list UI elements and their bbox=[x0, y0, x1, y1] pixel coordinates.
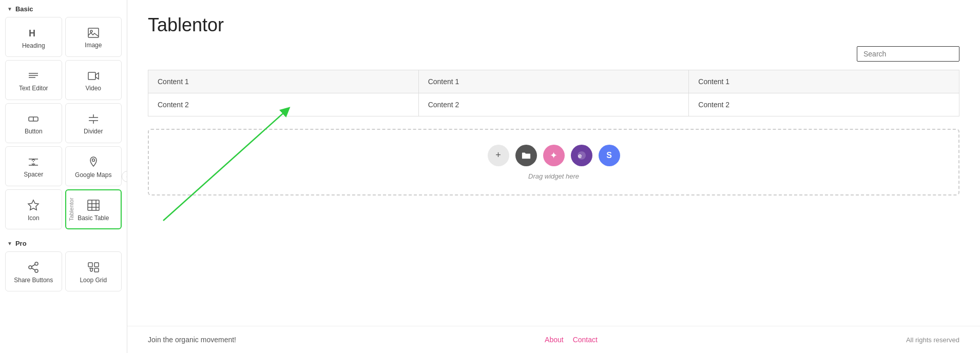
sidebar-item-loop-grid[interactable]: Loop Grid bbox=[65, 251, 122, 291]
video-icon bbox=[87, 70, 100, 82]
sidebar-item-icon[interactable]: Icon bbox=[5, 189, 62, 229]
image-label: Image bbox=[85, 42, 102, 49]
svg-point-25 bbox=[35, 269, 38, 272]
loop-grid-icon bbox=[87, 261, 100, 273]
svg-rect-18 bbox=[88, 200, 99, 210]
svg-point-24 bbox=[29, 266, 32, 269]
svg-point-23 bbox=[35, 262, 38, 265]
basic-chevron-icon: ▼ bbox=[7, 6, 12, 12]
sidebar: ▼ Basic H Heading Image bbox=[0, 0, 127, 353]
footer-tagline: Join the organic movement! bbox=[148, 336, 236, 344]
pro-section-label: Pro bbox=[15, 240, 27, 247]
tablentor-label: Tablentor bbox=[68, 198, 74, 221]
share-buttons-icon bbox=[27, 261, 40, 273]
pro-items-grid: Share Buttons Loop Grid bbox=[0, 251, 127, 297]
basic-items-grid: H Heading Image bbox=[0, 17, 127, 234]
main-area: Tablentor Content 1Content 1Content 1Con… bbox=[127, 0, 980, 353]
heading-icon: H bbox=[27, 27, 40, 39]
table-cell: Content 2 bbox=[418, 93, 689, 116]
footer-link-about[interactable]: About bbox=[545, 336, 564, 344]
svg-marker-17 bbox=[28, 200, 39, 210]
svg-text:e: e bbox=[578, 152, 582, 160]
image-icon bbox=[87, 27, 100, 38]
footer-link-contact[interactable]: Contact bbox=[573, 336, 598, 344]
pro-chevron-icon: ▼ bbox=[7, 241, 12, 246]
google-maps-label: Google Maps bbox=[75, 171, 111, 179]
loop-grid-label: Loop Grid bbox=[80, 277, 107, 284]
table-cell: Content 2 bbox=[689, 93, 959, 116]
svg-point-2 bbox=[90, 30, 92, 32]
table-row: Content 2Content 2Content 2 bbox=[148, 93, 959, 116]
svg-rect-6 bbox=[88, 72, 95, 80]
text-editor-label: Text Editor bbox=[19, 85, 48, 92]
share-buttons-label: Share Buttons bbox=[14, 277, 53, 284]
sidebar-item-google-maps[interactable]: Google Maps bbox=[65, 146, 122, 186]
svg-rect-1 bbox=[88, 28, 99, 37]
table-cell: Content 2 bbox=[148, 93, 419, 116]
ai-widget-button[interactable]: ✦ bbox=[543, 145, 565, 166]
svg-rect-31 bbox=[94, 268, 99, 272]
sidebar-item-image[interactable]: Image bbox=[65, 17, 122, 57]
drop-zone-label: Drag widget here bbox=[528, 172, 579, 180]
sidebar-item-heading[interactable]: H Heading bbox=[5, 17, 62, 57]
svg-line-27 bbox=[32, 265, 35, 267]
video-label: Video bbox=[86, 85, 101, 92]
basic-section-label: Basic bbox=[15, 5, 33, 13]
svg-text:H: H bbox=[29, 28, 35, 38]
footer-rights: All rights reserved bbox=[906, 336, 959, 344]
table-cell: Content 1 bbox=[689, 70, 959, 93]
elementor-widget-button[interactable]: e bbox=[571, 145, 592, 166]
button-icon bbox=[27, 113, 40, 125]
add-widget-button[interactable]: + bbox=[488, 145, 509, 166]
heading-label: Heading bbox=[22, 42, 45, 49]
basic-section-header: ▼ Basic bbox=[0, 0, 127, 17]
svg-rect-28 bbox=[88, 263, 92, 267]
basic-table-label: Basic Table bbox=[78, 214, 109, 222]
s-widget-button[interactable]: S bbox=[599, 145, 620, 166]
page-footer: Join the organic movement! About Contact… bbox=[127, 326, 980, 353]
icon-label: Icon bbox=[28, 214, 40, 222]
sidebar-item-basic-table[interactable]: Tablentor Basic Table bbox=[65, 189, 122, 229]
sidebar-item-button[interactable]: Button bbox=[5, 103, 62, 143]
page-title: Tablentor bbox=[148, 14, 959, 36]
svg-point-16 bbox=[92, 159, 94, 162]
search-input[interactable] bbox=[857, 46, 959, 62]
text-editor-icon bbox=[27, 70, 40, 82]
svg-rect-29 bbox=[94, 263, 99, 267]
sidebar-item-text-editor[interactable]: Text Editor bbox=[5, 60, 62, 100]
pro-section-header: ▼ Pro bbox=[0, 234, 127, 251]
main-content-area: Tablentor Content 1Content 1Content 1Con… bbox=[127, 0, 980, 326]
basic-table-icon bbox=[87, 199, 100, 211]
divider-label: Divider bbox=[84, 128, 103, 135]
search-area bbox=[148, 46, 959, 62]
drop-zone[interactable]: + ✦ e S Drag widget here bbox=[148, 129, 959, 195]
icon-icon bbox=[27, 199, 40, 211]
button-label: Button bbox=[25, 128, 43, 135]
folder-widget-button[interactable] bbox=[515, 145, 537, 166]
sidebar-item-spacer[interactable]: Spacer bbox=[5, 146, 62, 186]
spacer-label: Spacer bbox=[24, 171, 43, 178]
table-row: Content 1Content 1Content 1 bbox=[148, 70, 959, 93]
content-table: Content 1Content 1Content 1Content 2Cont… bbox=[148, 70, 959, 116]
spacer-icon bbox=[27, 156, 40, 168]
sidebar-item-video[interactable]: Video bbox=[65, 60, 122, 100]
divider-icon bbox=[87, 113, 100, 125]
table-cell: Content 1 bbox=[148, 70, 419, 93]
sidebar-item-divider[interactable]: Divider bbox=[65, 103, 122, 143]
drop-zone-icons: + ✦ e S bbox=[488, 145, 620, 166]
table-cell: Content 1 bbox=[418, 70, 689, 93]
google-maps-icon bbox=[87, 156, 100, 168]
svg-line-26 bbox=[32, 268, 35, 270]
footer-links: About Contact bbox=[545, 336, 598, 344]
sidebar-item-share-buttons[interactable]: Share Buttons bbox=[5, 251, 62, 291]
